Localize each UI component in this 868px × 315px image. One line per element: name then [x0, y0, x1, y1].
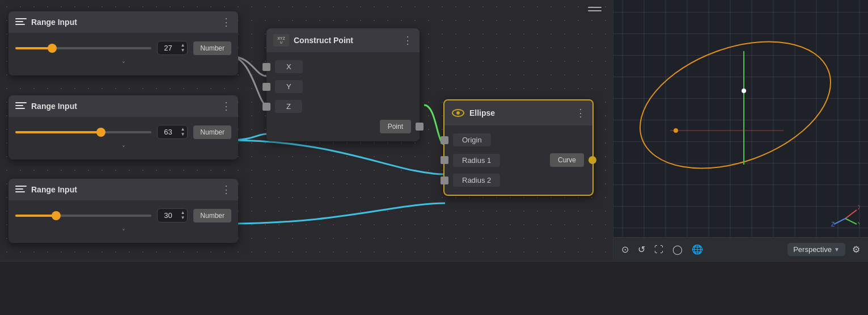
range-node-1-slider-track[interactable] — [15, 47, 151, 49]
construct-z-label: Z — [275, 100, 302, 113]
perspective-selector[interactable]: Perspective ▼ — [787, 243, 845, 256]
viewport-ellipse-svg — [613, 0, 868, 237]
range-node-1-expand[interactable]: ˅ — [9, 58, 238, 71]
ellipse-origin-socket[interactable] — [441, 136, 448, 144]
xyz-icon: XYZ ⊍ — [273, 34, 289, 47]
range-node-3-header: Range Input ⋮ — [9, 179, 238, 200]
ellipse-header: Ellipse ⋮ — [444, 100, 592, 125]
range-node-1-slider-fill — [15, 47, 52, 49]
range-node-1-up[interactable]: ▲ — [180, 43, 185, 48]
range-node-1-menu[interactable]: ⋮ — [221, 17, 231, 27]
svg-line-9 — [845, 219, 857, 224]
ellipse-node-icon — [451, 106, 465, 120]
range-node-2-slider-thumb[interactable] — [96, 128, 105, 137]
construct-z-socket[interactable] — [262, 103, 270, 111]
range-node-3-arrows: ▲ ▼ — [178, 209, 187, 221]
viewport-camera-btn[interactable]: ⊙ — [619, 242, 631, 257]
construct-x-row: X — [266, 57, 420, 77]
ellipse-curve-output-socket[interactable] — [588, 156, 596, 164]
range-node-2-slider-row: 63 ▲ ▼ Number — [9, 121, 238, 142]
construct-y-label: Y — [275, 80, 303, 93]
axis-indicator: X Y Z — [831, 201, 859, 230]
range-node-3-slider-track[interactable] — [15, 215, 151, 217]
range-node-1-output[interactable]: Number — [193, 41, 231, 55]
3d-viewport[interactable]: X Y Z ⊙ ↺ ⛶ ◯ 🌐 Perspective ▼ ⚙ — [613, 0, 868, 261]
ellipse-menu[interactable]: ⋮ — [575, 108, 586, 118]
viewport-world-btn[interactable]: 🌐 — [689, 242, 705, 257]
range-node-1-down[interactable]: ▼ — [180, 48, 185, 53]
construct-point-menu[interactable]: ⋮ — [403, 35, 413, 45]
range-node-2-header: Range Input ⋮ — [9, 95, 238, 117]
range-input-node-2: Range Input ⋮ 63 ▲ ▼ Number ˅ — [9, 95, 238, 159]
construct-point-header: XYZ ⊍ Construct Point ⋮ — [266, 28, 420, 52]
range-node-2-slider-fill — [15, 131, 101, 133]
range-node-2-up[interactable]: ▲ — [180, 127, 185, 132]
construct-z-row: Z — [266, 96, 420, 116]
svg-text:Y: Y — [858, 221, 859, 228]
range-node-3-number-input[interactable]: 30 ▲ ▼ — [157, 208, 188, 222]
range-node-3-menu[interactable]: ⋮ — [221, 184, 231, 195]
svg-line-7 — [845, 210, 857, 219]
bottom-strip — [0, 261, 868, 315]
range-node-3-slider-thumb[interactable] — [52, 211, 61, 220]
range-input-node-1: Range Input ⋮ 27 ▲ ▼ Number ˅ — [9, 11, 238, 75]
range-node-2-menu[interactable]: ⋮ — [221, 101, 231, 111]
svg-point-1 — [456, 111, 460, 115]
range-node-1-arrows: ▲ ▼ — [178, 42, 187, 54]
ellipse-title: Ellipse — [469, 108, 571, 117]
range-node-2-arrows: ▲ ▼ — [178, 126, 187, 138]
ellipse-origin-label: Origin — [453, 133, 491, 146]
ellipse-origin-row: Origin — [444, 130, 592, 150]
range-node-3-value: 30 — [158, 209, 178, 222]
viewport-refresh-btn[interactable]: ↺ — [636, 242, 647, 257]
construct-point-output-socket[interactable] — [416, 123, 424, 131]
range-node-2-title: Range Input — [31, 102, 217, 111]
ellipse-radius2-row: Radius 2 — [444, 170, 592, 190]
range-node-2-value: 63 — [158, 125, 178, 138]
range-node-2-number-input[interactable]: 63 ▲ ▼ — [157, 125, 188, 139]
construct-point-title: Construct Point — [294, 36, 398, 45]
construct-output-row: Point — [266, 116, 420, 137]
range-node-2-output[interactable]: Number — [193, 125, 231, 139]
range-node-2-body: 63 ▲ ▼ Number ˅ — [9, 117, 238, 159]
construct-y-row: Y — [266, 77, 420, 96]
range-node-3-slider-row: 30 ▲ ▼ Number — [9, 205, 238, 226]
ellipse-radius2-socket[interactable] — [441, 177, 448, 184]
viewport-fullscreen-btn[interactable]: ⛶ — [652, 242, 666, 257]
construct-x-socket[interactable] — [262, 63, 270, 71]
construct-point-node: XYZ ⊍ Construct Point ⋮ X Y Z Point — [266, 28, 420, 141]
perspective-chevron: ▼ — [834, 246, 840, 253]
viewport-sphere-btn[interactable]: ◯ — [670, 242, 685, 257]
range-node-3-down[interactable]: ▼ — [180, 216, 185, 220]
ellipse-radius1-label: Radius 1 — [453, 154, 500, 167]
range-node-3-body: 30 ▲ ▼ Number ˅ — [9, 200, 238, 243]
range-node-1-slider-thumb[interactable] — [48, 44, 57, 53]
range-node-3-expand[interactable]: ˅ — [9, 226, 238, 238]
range-node-2-expand[interactable]: ˅ — [9, 142, 238, 155]
range-icon-1 — [15, 18, 27, 26]
construct-point-output-btn[interactable]: Point — [380, 120, 411, 133]
top-menu-button[interactable] — [588, 7, 602, 11]
range-node-1-title: Range Input — [31, 18, 217, 27]
range-node-3-slider-fill — [15, 215, 56, 217]
range-icon-3 — [15, 186, 27, 194]
range-icon-2 — [15, 102, 27, 110]
range-node-1-header: Range Input ⋮ — [9, 11, 238, 33]
range-node-2-slider-track[interactable] — [15, 131, 151, 133]
viewport-toolbar: ⊙ ↺ ⛶ ◯ 🌐 Perspective ▼ ⚙ — [613, 237, 868, 261]
svg-text:Z: Z — [831, 221, 835, 228]
ellipse-radius1-row: Radius 1 Curve — [444, 150, 592, 170]
range-node-3-up[interactable]: ▲ — [180, 211, 185, 215]
ellipse-body: Origin Radius 1 Curve Radius 2 — [444, 125, 592, 195]
construct-y-socket[interactable] — [262, 83, 270, 91]
range-node-3-title: Range Input — [31, 185, 217, 194]
range-node-1-slider-row: 27 ▲ ▼ Number — [9, 37, 238, 58]
perspective-label: Perspective — [793, 245, 832, 254]
range-node-1-number-input[interactable]: 27 ▲ ▼ — [157, 41, 188, 55]
ellipse-curve-output-btn[interactable]: Curve — [550, 153, 584, 167]
ellipse-radius1-socket[interactable] — [441, 156, 448, 164]
range-node-3-output[interactable]: Number — [193, 209, 231, 222]
range-node-2-down[interactable]: ▼ — [180, 132, 185, 137]
viewport-settings-btn[interactable]: ⚙ — [850, 242, 862, 257]
svg-line-11 — [834, 219, 845, 224]
